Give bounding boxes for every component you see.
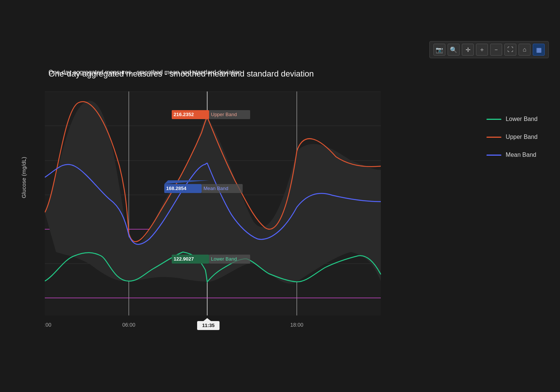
fit-button[interactable]: ⛶ <box>504 44 516 56</box>
legend-lower-band: Lower Band <box>486 116 538 122</box>
lower-band-legend-line <box>486 119 501 120</box>
svg-marker-38 <box>203 318 211 321</box>
mean-band-legend-label: Mean Band <box>506 152 536 158</box>
chart-type-button[interactable]: ▦ <box>533 44 545 56</box>
svg-text:122.9027: 122.9027 <box>174 256 194 262</box>
legend-mean-band: Mean Band <box>486 152 538 158</box>
zoom-out-button[interactable]: － <box>490 44 502 56</box>
svg-text:18:00: 18:00 <box>290 322 303 328</box>
zoom-button[interactable]: 🔍 <box>448 44 460 56</box>
svg-text:Mean Band: Mean Band <box>203 186 228 191</box>
crosshair-button[interactable]: ✛ <box>462 44 474 56</box>
svg-text:Upper Band: Upper Band <box>211 112 237 117</box>
chart-title-text: One-day aggregated measures - smoothed m… <box>49 69 314 79</box>
svg-text:00:00: 00:00 <box>45 322 52 328</box>
y-axis-label: Glucose (mg/dL) <box>21 157 27 198</box>
svg-text:06:00: 06:00 <box>122 322 135 328</box>
svg-text:216.2352: 216.2352 <box>174 112 194 117</box>
home-button[interactable]: ⌂ <box>519 44 531 56</box>
svg-text:Lower Band: Lower Band <box>211 256 237 262</box>
toolbar: 📷 🔍 ✛ ＋ － ⛶ ⌂ ▦ <box>429 41 549 58</box>
camera-button[interactable]: 📷 <box>433 44 445 56</box>
zoom-in-button[interactable]: ＋ <box>476 44 488 56</box>
svg-text:168.2854: 168.2854 <box>166 186 187 191</box>
mean-band-legend-line <box>486 155 501 156</box>
chart-svg: 100 120 140 160 180 200 220 00:00 06:00 … <box>45 91 455 345</box>
svg-text:11:35: 11:35 <box>202 323 214 328</box>
legend-upper-band: Upper Band <box>486 134 538 140</box>
upper-band-legend-label: Upper Band <box>506 134 538 140</box>
legend: Lower Band Upper Band Mean Band <box>486 116 538 158</box>
lower-band-legend-label: Lower Band <box>506 116 538 122</box>
upper-band-legend-line <box>486 137 501 138</box>
